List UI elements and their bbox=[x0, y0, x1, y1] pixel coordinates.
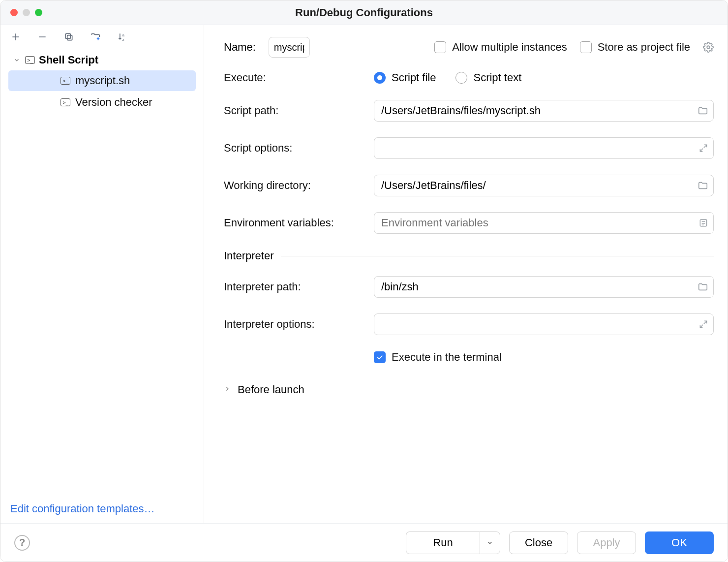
checkbox-icon bbox=[580, 41, 592, 53]
tree-group-label: Shell Script bbox=[39, 54, 98, 66]
help-icon[interactable]: ? bbox=[14, 535, 30, 551]
store-project-checkbox[interactable]: Store as project file bbox=[580, 41, 690, 54]
script-options-input[interactable] bbox=[374, 137, 714, 159]
checkbox-icon bbox=[434, 41, 446, 53]
interpreter-options-label: Interpreter options: bbox=[224, 318, 374, 331]
close-button[interactable]: Close bbox=[509, 531, 568, 554]
radio-label: Script text bbox=[473, 71, 521, 84]
shell-icon: >_ bbox=[25, 56, 35, 64]
radio-on-icon bbox=[374, 72, 386, 84]
config-form: Name: Allow multiple instances Store as … bbox=[204, 25, 728, 523]
script-path-label: Script path: bbox=[224, 104, 374, 117]
config-tree: >_ Shell Script >_ myscript.sh >_ Versio… bbox=[0, 49, 204, 498]
interpreter-path-field[interactable] bbox=[381, 277, 690, 297]
edit-templates-link[interactable]: Edit configuration templates… bbox=[10, 502, 155, 515]
interpreter-path-input[interactable] bbox=[374, 276, 714, 298]
chevron-down-icon bbox=[486, 539, 493, 546]
expand-icon[interactable] bbox=[698, 319, 708, 329]
execute-terminal-checkbox[interactable]: Execute in the terminal bbox=[374, 351, 714, 364]
shell-icon: >_ bbox=[61, 98, 70, 106]
list-icon[interactable] bbox=[698, 218, 708, 228]
tree-item-label: myscript.sh bbox=[75, 74, 130, 87]
allow-multiple-checkbox[interactable]: Allow multiple instances bbox=[434, 41, 567, 54]
window-title: Run/Debug Configurations bbox=[0, 6, 728, 19]
interpreter-options-input[interactable] bbox=[374, 313, 714, 335]
env-vars-field[interactable] bbox=[381, 213, 690, 233]
sort-icon[interactable]: az bbox=[116, 31, 128, 43]
section-label: Interpreter bbox=[224, 250, 274, 262]
tree-item-myscript[interactable]: >_ myscript.sh bbox=[8, 70, 196, 91]
run-dropdown-button[interactable] bbox=[480, 531, 500, 554]
env-vars-label: Environment variables: bbox=[224, 217, 374, 229]
working-dir-field[interactable] bbox=[381, 175, 690, 196]
apply-button[interactable]: Apply bbox=[577, 531, 636, 554]
folder-icon[interactable] bbox=[698, 180, 708, 191]
copy-config-icon[interactable] bbox=[62, 31, 75, 43]
run-button[interactable]: Run bbox=[406, 531, 480, 554]
add-config-icon[interactable] bbox=[9, 31, 22, 43]
sidebar: az >_ Shell Script >_ myscript.sh >_ Ver… bbox=[0, 25, 204, 523]
folder-icon[interactable] bbox=[698, 281, 708, 292]
radio-script-text[interactable]: Script text bbox=[455, 71, 521, 84]
svg-text:z: z bbox=[122, 37, 124, 42]
allow-multiple-label: Allow multiple instances bbox=[452, 41, 567, 54]
script-path-field[interactable] bbox=[381, 100, 690, 121]
sidebar-toolbar: az bbox=[0, 25, 204, 49]
remove-config-icon[interactable] bbox=[36, 31, 49, 43]
before-launch-section[interactable]: Before launch bbox=[224, 383, 714, 396]
expand-icon[interactable] bbox=[698, 143, 708, 153]
section-label: Before launch bbox=[238, 383, 304, 396]
script-path-input[interactable] bbox=[374, 100, 714, 122]
save-template-icon[interactable] bbox=[89, 31, 102, 43]
tree-item-version-checker[interactable]: >_ Version checker bbox=[8, 92, 196, 113]
execute-terminal-label: Execute in the terminal bbox=[392, 351, 502, 364]
radio-label: Script file bbox=[392, 71, 436, 84]
radio-off-icon bbox=[455, 72, 467, 84]
script-options-field[interactable] bbox=[381, 138, 690, 158]
svg-rect-0 bbox=[67, 35, 72, 40]
shell-icon: >_ bbox=[61, 77, 70, 85]
working-dir-label: Working directory: bbox=[224, 179, 374, 192]
tree-group-shell-script[interactable]: >_ Shell Script bbox=[0, 51, 204, 69]
svg-rect-1 bbox=[65, 33, 70, 38]
interpreter-path-label: Interpreter path: bbox=[224, 281, 374, 293]
gear-icon[interactable] bbox=[703, 42, 714, 53]
chevron-right-icon bbox=[224, 385, 231, 394]
env-vars-input[interactable] bbox=[374, 212, 714, 234]
folder-icon[interactable] bbox=[698, 105, 708, 116]
interpreter-section: Interpreter bbox=[224, 250, 714, 262]
checkbox-checked-icon bbox=[374, 351, 386, 363]
name-input[interactable] bbox=[269, 37, 310, 58]
working-dir-input[interactable] bbox=[374, 175, 714, 196]
chevron-down-icon bbox=[13, 54, 21, 66]
tree-item-label: Version checker bbox=[75, 96, 152, 109]
dialog-button-bar: ? Run Close Apply OK bbox=[0, 523, 728, 562]
interpreter-options-field[interactable] bbox=[381, 314, 690, 335]
radio-script-file[interactable]: Script file bbox=[374, 71, 436, 84]
ok-button[interactable]: OK bbox=[645, 531, 714, 554]
store-project-label: Store as project file bbox=[598, 41, 690, 54]
script-options-label: Script options: bbox=[224, 142, 374, 155]
title-bar: Run/Debug Configurations bbox=[0, 0, 728, 25]
execute-label: Execute: bbox=[224, 71, 374, 84]
svg-point-4 bbox=[707, 46, 710, 49]
name-label: Name: bbox=[224, 41, 256, 54]
